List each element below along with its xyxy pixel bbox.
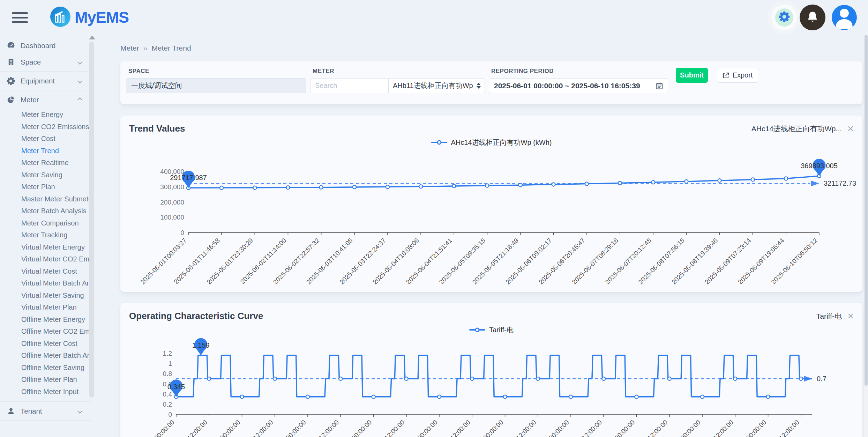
page-scrollbar-track[interactable]	[864, 35, 868, 437]
svg-text:0.345: 0.345	[167, 383, 185, 391]
sidebar-item-label: Meter	[21, 96, 78, 104]
space-field-group: SPACE 一度城/调试空间	[126, 68, 306, 93]
sidebar-item-offline-meter-energy[interactable]: Offline Meter Energy	[0, 313, 91, 326]
sidebar-item-offline-meter-co2-emission[interactable]: Offline Meter CO2 Emission	[0, 325, 91, 338]
close-icon[interactable]: ×	[847, 311, 854, 321]
sidebar-item-space[interactable]: Space	[0, 54, 91, 70]
trend-legend-label: AHc14进线柜正向有功Wp (kWh)	[451, 138, 552, 147]
breadcrumb-separator: »	[143, 44, 148, 52]
sidebar-scrollbar[interactable]	[89, 42, 94, 398]
svg-text:0.8: 0.8	[163, 370, 172, 377]
oc-chart-legend[interactable]: Tariff-电	[120, 326, 862, 334]
svg-text:0: 0	[180, 229, 184, 236]
export-button[interactable]: Export	[717, 68, 758, 83]
meter-select[interactable]: AHb11进线柜正向有功Wp	[389, 78, 485, 93]
chevron-up-icon	[77, 97, 82, 102]
oc-panel-title: Operating Characteristic Curve	[129, 311, 263, 321]
close-icon[interactable]: ×	[847, 123, 854, 134]
operating-curve-panel: Operating Characteristic Curve Tariff-电 …	[120, 303, 862, 437]
sidebar-item-offline-meter-saving[interactable]: Offline Meter Saving	[0, 362, 91, 374]
oc-legend-label: Tariff-电	[489, 325, 514, 335]
gear-icon	[779, 11, 790, 24]
sidebar-item-label: Space	[21, 58, 78, 66]
sidebar-item-label: Dashboard	[21, 42, 85, 50]
svg-text:0: 0	[168, 411, 172, 418]
svg-text:200,000: 200,000	[160, 199, 184, 206]
trend-values-panel: Trend Values AHc14进线柜正向有功Wp... × AHc14进线…	[120, 116, 862, 292]
sidebar-item-equipment[interactable]: Equipment	[0, 73, 91, 89]
svg-text:100,000: 100,000	[160, 214, 184, 221]
notifications-button[interactable]	[800, 5, 825, 30]
sidebar-item-virtual-meter-saving[interactable]: Virtual Meter Saving	[0, 289, 91, 302]
sidebar-item-virtual-meter-co2-emission[interactable]: Virtual Meter CO2 Emission	[0, 253, 91, 265]
sidebar-item-meter-saving[interactable]: Meter Saving	[0, 169, 91, 181]
sidebar-scroll-up-icon[interactable]	[89, 36, 95, 39]
gauge-icon	[6, 41, 16, 50]
oc-line-chart[interactable]: 00.20.40.60.811.22025-06-01T00:00:002025…	[120, 335, 862, 437]
sidebar-item-offline-meter-input[interactable]: Offline Meter Input	[0, 386, 91, 398]
trend-panel-title: Trend Values	[129, 123, 185, 134]
svg-text:0.4: 0.4	[163, 391, 172, 398]
breadcrumb: Meter»Meter Trend	[120, 44, 862, 52]
sidebar-item-meter-comparison[interactable]: Meter Comparison	[0, 217, 91, 229]
sidebar-item-virtual-meter-plan[interactable]: Virtual Meter Plan	[0, 301, 91, 313]
chevron-down-icon	[77, 59, 82, 64]
page-scrollbar-thumb[interactable]	[865, 35, 868, 386]
select-arrows-icon	[477, 83, 481, 89]
sidebar-item-meter-co2-emissions[interactable]: Meter CO2 Emissions	[0, 121, 91, 133]
sidebar-item-label: Equipment	[21, 77, 78, 85]
sidebar-item-meter-trend[interactable]: Meter Trend	[0, 145, 91, 157]
sidebar-item-label: Tenant	[21, 407, 78, 415]
sidebar-item-offline-meter-cost[interactable]: Offline Meter Cost	[0, 338, 91, 350]
chevron-down-icon	[77, 78, 82, 83]
pie-chart-icon	[6, 96, 16, 104]
main-content: Meter»Meter Trend SPACE 一度城/调试空间 METER A…	[94, 35, 868, 437]
svg-text:1: 1	[168, 360, 172, 367]
reporting-period-group: REPORTING PERIOD 2025-06-01 00:00:00 ~ 2…	[489, 68, 668, 93]
sidebar-item-virtual-meter-batch-analysi[interactable]: Virtual Meter Batch Analysi	[0, 277, 91, 289]
sidebar-item-meter-tracking[interactable]: Meter Tracking	[0, 229, 91, 241]
svg-text:300,000: 300,000	[160, 183, 184, 191]
menu-toggle-button[interactable]	[12, 12, 28, 23]
meter-label: METER	[313, 68, 485, 75]
sidebar-item-offline-meter-batch-analysi[interactable]: Offline Meter Batch Analysi	[0, 349, 91, 362]
export-button-label: Export	[733, 71, 753, 79]
breadcrumb-link-meter[interactable]: Meter	[120, 44, 139, 52]
trend-line-chart[interactable]: 0100,000200,000300,000400,0002025-06-01T…	[120, 147, 862, 287]
brand-name: MyEMS	[75, 8, 129, 27]
submit-button[interactable]: Submit	[676, 68, 708, 83]
sidebar: DashboardSpaceEquipmentMeterMeter Energy…	[0, 35, 94, 437]
sidebar-item-virtual-meter-cost[interactable]: Virtual Meter Cost	[0, 265, 91, 277]
user-avatar[interactable]	[832, 5, 857, 30]
user-icon	[6, 407, 16, 415]
reporting-period-value: 2025-06-01 00:00:00 ~ 2025-06-10 16:05:3…	[494, 82, 640, 90]
sidebar-item-offline-meter-plan[interactable]: Offline Meter Plan	[0, 373, 91, 386]
bell-icon	[806, 10, 819, 25]
sidebar-item-dashboard[interactable]: Dashboard	[0, 37, 91, 54]
sidebar-item-tenant[interactable]: Tenant	[0, 403, 91, 419]
meter-search-input[interactable]	[310, 78, 389, 93]
sidebar-item-meter-plan[interactable]: Meter Plan	[0, 181, 91, 193]
sidebar-item-meter[interactable]: Meter	[0, 91, 91, 108]
brand-logo[interactable]: MyEMS	[50, 7, 129, 28]
trend-chart-legend[interactable]: AHc14进线柜正向有功Wp (kWh)	[120, 138, 862, 147]
legend-line-marker-icon	[431, 140, 447, 145]
svg-text:1.159: 1.159	[192, 341, 210, 349]
reporting-period-input[interactable]: 2025-06-01 00:00:00 ~ 2025-06-10 16:05:3…	[489, 78, 668, 93]
user-avatar-icon	[832, 5, 857, 30]
svg-text:0.2: 0.2	[163, 401, 172, 408]
space-select[interactable]: 一度城/调试空间	[126, 78, 306, 93]
sidebar-item-meter-cost[interactable]: Meter Cost	[0, 133, 91, 145]
top-navbar: MyEMS	[0, 0, 868, 35]
myems-logo-icon	[50, 7, 70, 28]
sidebar-item-virtual-meter-energy[interactable]: Virtual Meter Energy	[0, 241, 91, 253]
meter-select-value: AHb11进线柜正向有功Wp	[393, 81, 473, 90]
tariff-tag: Tariff-电 ×	[816, 311, 854, 321]
settings-button[interactable]	[775, 8, 793, 27]
sidebar-item-master-meter-submeters-ba[interactable]: Master Meter Submeters Ba	[0, 193, 91, 205]
sidebar-item-meter-batch-analysis[interactable]: Meter Batch Analysis	[0, 205, 91, 217]
legend-line-marker-icon	[469, 327, 485, 332]
sidebar-item-meter-energy[interactable]: Meter Energy	[0, 109, 91, 121]
sidebar-item-meter-realtime[interactable]: Meter Realtime	[0, 157, 91, 169]
tariff-tag-label: Tariff-电	[816, 311, 842, 321]
